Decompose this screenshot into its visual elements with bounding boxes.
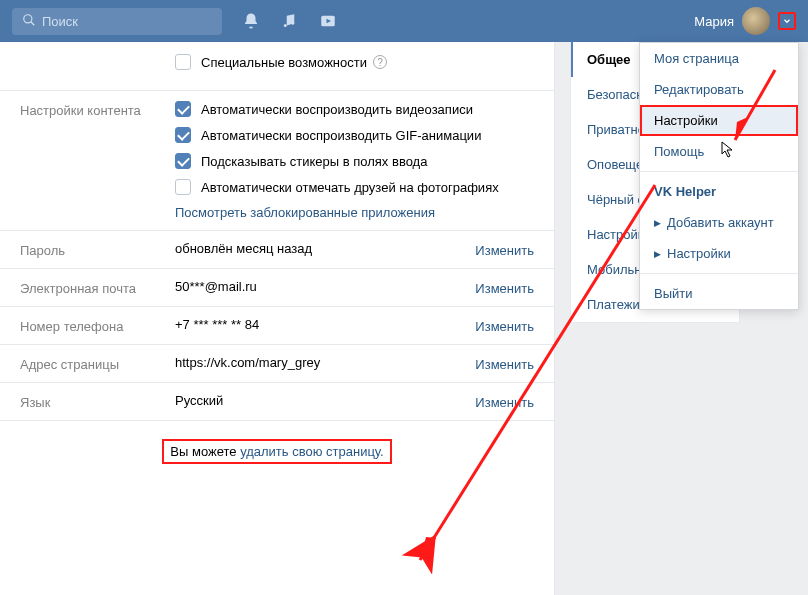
checkbox-tag-friends[interactable] — [175, 179, 191, 195]
opt-tag-label: Автоматически отмечать друзей на фотогра… — [201, 180, 499, 195]
help-icon[interactable]: ? — [373, 55, 387, 69]
video-icon[interactable] — [318, 12, 338, 30]
triangle-icon: ▶ — [654, 218, 661, 228]
opt-gif-label: Автоматически воспроизводить GIF-анимаци… — [201, 128, 481, 143]
dd-add-account[interactable]: ▶Добавить аккаунт — [640, 207, 798, 238]
checkbox-stickers[interactable] — [175, 153, 191, 169]
settings-main: Специальные возможности ? Настройки конт… — [0, 42, 555, 595]
user-dropdown: Моя страница Редактировать Настройки Пом… — [639, 42, 799, 310]
delete-page-link[interactable]: удалить свою страницу. — [240, 444, 384, 459]
row-password: Пароль обновлён месяц назад Изменить — [0, 230, 554, 268]
address-value: https://vk.com/mary_grey — [175, 353, 320, 370]
search-icon — [22, 13, 42, 30]
dd-edit[interactable]: Редактировать — [640, 74, 798, 105]
password-change[interactable]: Изменить — [475, 241, 534, 258]
email-label: Электронная почта — [20, 279, 175, 296]
password-value: обновлён месяц назад — [175, 239, 312, 256]
language-value: Русский — [175, 391, 223, 408]
checkbox-accessibility[interactable] — [175, 54, 191, 70]
phone-value: +7 *** *** ** 84 — [175, 315, 259, 332]
top-header: Мария — [0, 0, 808, 42]
checkbox-autoplay-video[interactable] — [175, 101, 191, 117]
search-input[interactable] — [42, 14, 212, 29]
row-email: Электронная почта 50***@mail.ru Изменить — [0, 268, 554, 306]
svg-point-3 — [291, 22, 294, 25]
dd-my-page[interactable]: Моя страница — [640, 43, 798, 74]
header-icons — [242, 12, 338, 30]
address-change[interactable]: Изменить — [475, 355, 534, 372]
dd-helper-settings[interactable]: ▶Настройки — [640, 238, 798, 269]
language-label: Язык — [20, 393, 175, 410]
blocked-apps-link[interactable]: Посмотреть заблокированные приложения — [175, 205, 534, 220]
footer: Вы можете удалить свою страницу. — [0, 420, 554, 482]
row-content-settings: Настройки контента Автоматически воспрои… — [0, 90, 554, 230]
avatar[interactable] — [742, 7, 770, 35]
opt-stickers-label: Подсказывать стикеры в полях ввода — [201, 154, 427, 169]
footer-prefix: Вы можете — [170, 444, 240, 459]
delete-page-highlight: Вы можете удалить свою страницу. — [162, 439, 391, 464]
dd-helper-settings-label: Настройки — [667, 246, 731, 261]
search-box[interactable] — [12, 8, 222, 35]
dd-vk-helper-header: VK Helper — [640, 176, 798, 207]
svg-line-1 — [31, 21, 35, 25]
row-accessibility: Специальные возможности ? — [0, 42, 554, 90]
dd-logout[interactable]: Выйти — [640, 278, 798, 309]
row-language: Язык Русский Изменить — [0, 382, 554, 420]
music-icon[interactable] — [280, 12, 298, 30]
phone-label: Номер телефона — [20, 317, 175, 334]
checkbox-autoplay-gif[interactable] — [175, 127, 191, 143]
row-phone: Номер телефона +7 *** *** ** 84 Изменить — [0, 306, 554, 344]
dropdown-toggle[interactable] — [778, 12, 796, 30]
triangle-icon: ▶ — [654, 249, 661, 259]
phone-change[interactable]: Изменить — [475, 317, 534, 334]
bell-icon[interactable] — [242, 12, 260, 30]
chevron-down-icon — [782, 16, 792, 26]
dd-settings[interactable]: Настройки — [640, 105, 798, 136]
dd-separator — [640, 273, 798, 274]
svg-point-0 — [24, 14, 32, 22]
opt-video-label: Автоматически воспроизводить видеозаписи — [201, 102, 473, 117]
password-label: Пароль — [20, 241, 175, 258]
svg-point-2 — [284, 24, 287, 27]
row-address: Адрес страницы https://vk.com/mary_grey … — [0, 344, 554, 382]
accessibility-label: Специальные возможности — [201, 55, 367, 70]
address-label: Адрес страницы — [20, 355, 175, 372]
email-value: 50***@mail.ru — [175, 277, 257, 294]
content-settings-label: Настройки контента — [20, 101, 175, 118]
email-change[interactable]: Изменить — [475, 279, 534, 296]
username-label[interactable]: Мария — [694, 14, 734, 29]
header-right: Мария — [694, 7, 796, 35]
dd-separator — [640, 171, 798, 172]
dd-add-account-label: Добавить аккаунт — [667, 215, 774, 230]
dd-help[interactable]: Помощь — [640, 136, 798, 167]
language-change[interactable]: Изменить — [475, 393, 534, 410]
